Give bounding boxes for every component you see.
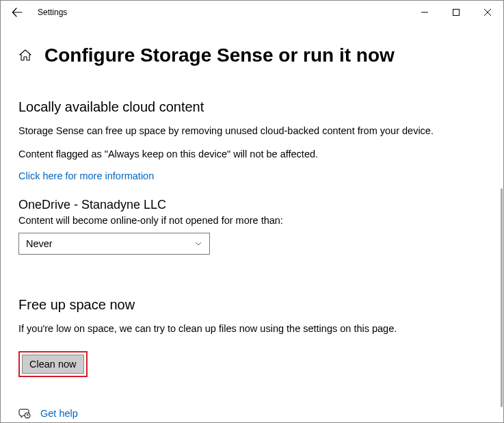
cloud-section-heading: Locally available cloud content (18, 99, 486, 115)
more-info-link[interactable]: Click here for more information (18, 170, 486, 181)
page-header: Configure Storage Sense or run it now (18, 44, 486, 66)
cloud-desc-2: Content flagged as "Always keep on this … (18, 148, 486, 162)
content-area: Configure Storage Sense or run it now Lo… (1, 24, 503, 420)
minimize-icon (421, 9, 428, 16)
svg-point-2 (27, 416, 28, 417)
back-arrow-icon (12, 7, 23, 18)
maximize-button[interactable] (440, 1, 472, 23)
cloud-desc-1: Storage Sense can free up space by remov… (18, 125, 486, 138)
free-space-desc: If you're low on space, we can try to cl… (18, 322, 486, 336)
help-chat-icon (18, 407, 31, 420)
free-space-heading: Free up space now (18, 297, 486, 313)
home-icon[interactable] (18, 49, 32, 62)
onedrive-account-desc: Content will become online-only if not o… (18, 215, 486, 226)
window-controls (409, 1, 503, 23)
get-help-link[interactable]: Get help (40, 408, 78, 419)
help-row: Get help (18, 407, 486, 420)
clean-now-highlight: Clean now (18, 351, 88, 377)
page-title: Configure Storage Sense or run it now (44, 44, 395, 66)
window-title: Settings (38, 8, 67, 17)
close-button[interactable] (472, 1, 503, 23)
chevron-down-icon (194, 240, 202, 248)
back-button[interactable] (6, 1, 28, 23)
clean-now-button[interactable]: Clean now (22, 355, 84, 374)
svg-rect-0 (453, 10, 460, 16)
close-icon (484, 9, 491, 16)
scrollbar-thumb[interactable] (501, 188, 503, 407)
onedrive-account-heading: OneDrive - Stanadyne LLC (18, 198, 486, 212)
retention-select[interactable]: Never (18, 233, 210, 255)
titlebar: Settings (1, 1, 503, 24)
retention-select-value: Never (26, 238, 53, 249)
scrollbar[interactable] (500, 24, 503, 422)
maximize-icon (453, 9, 460, 16)
minimize-button[interactable] (409, 1, 440, 23)
